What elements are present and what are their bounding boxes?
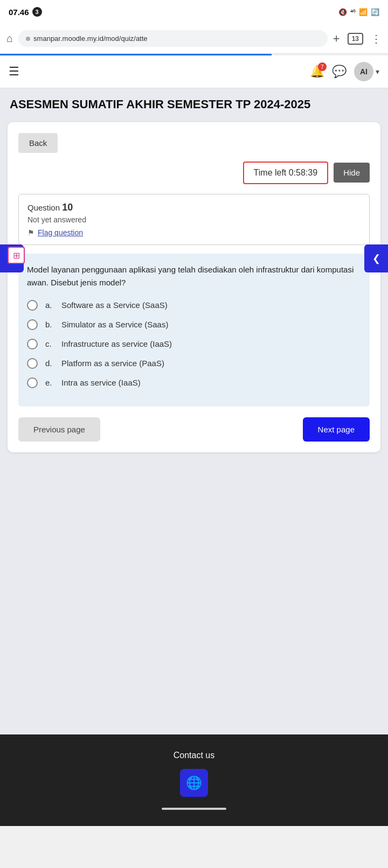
chat-icon[interactable]: 💬: [332, 65, 347, 79]
status-time: 07.46 3: [9, 7, 42, 17]
question-status: Not yet answered: [27, 215, 361, 224]
option-letter-a: a.: [45, 300, 54, 310]
browser-actions: + 13 ⋮: [333, 32, 382, 46]
side-nav-right-button[interactable]: ❮: [364, 244, 388, 272]
previous-page-button[interactable]: Previous page: [18, 417, 100, 442]
chevron-down-icon: ▾: [376, 67, 379, 76]
option-b[interactable]: b. Simulator as a Service (Saas): [27, 319, 361, 330]
option-letter-b: b.: [45, 320, 54, 329]
notification-badge: 7: [318, 62, 327, 71]
radio-b[interactable]: [27, 319, 38, 330]
main-content: ☰ ⊞ ❮ ASESMEN SUMATIF AKHIR SEMESTER TP …: [0, 88, 388, 734]
question-word: Question: [27, 203, 60, 212]
url-text: smanpar.moodle.my.id/mod/quiz/atte: [33, 34, 147, 43]
option-text-b: Simulator as a Service (Saas): [61, 320, 168, 329]
tabs-count-button[interactable]: 13: [348, 33, 363, 45]
option-a[interactable]: a. Software as a Service (SaaS): [27, 300, 361, 311]
footer: Contact us 🌐: [0, 734, 388, 826]
option-d[interactable]: d. Platform as a service (PaaS): [27, 358, 361, 369]
option-text-d: Platform as a service (PaaS): [61, 359, 164, 368]
battery-icon: 🔄: [371, 8, 379, 16]
next-page-button[interactable]: Next page: [303, 417, 370, 442]
status-bar: 07.46 3 🔇 ⁴⁶ 📶 🔄: [0, 0, 388, 24]
option-e[interactable]: e. Intra as service (IaaS): [27, 377, 361, 388]
status-notification-badge: 3: [32, 7, 42, 17]
scroll-indicator: [162, 808, 226, 810]
network-icon: ⁴⁶: [350, 8, 356, 16]
option-letter-c: c.: [45, 339, 54, 348]
wifi-icon: 📶: [359, 8, 368, 16]
page-title: ASESMEN SUMATIF AKHIR SEMESTER TP 2024-2…: [8, 97, 380, 113]
new-tab-icon[interactable]: +: [333, 32, 340, 46]
browser-bar: ⌂ smanpar.moodle.my.id/mod/quiz/atte + 1…: [0, 24, 388, 54]
time-display: 07.46: [9, 8, 29, 17]
question-header: Question 10 Not yet answered ⚑ Flag ques…: [18, 194, 370, 245]
signal-icon: 🔇: [338, 8, 347, 16]
radio-d[interactable]: [27, 358, 38, 369]
flag-icon: ⚑: [27, 228, 34, 237]
radio-c[interactable]: [27, 339, 38, 349]
radio-e[interactable]: [27, 377, 38, 388]
app-header: ☰ 🔔 7 💬 AI ▾: [0, 55, 388, 88]
nav-buttons: Previous page Next page: [18, 417, 370, 442]
grid-icon: ⊞: [13, 250, 20, 261]
hamburger-menu-icon[interactable]: ☰: [9, 65, 19, 79]
footer-contact-title: Contact us: [11, 751, 377, 760]
timer-row: Time left 0:58:39 Hide: [18, 162, 370, 184]
avatar: AI: [354, 62, 373, 81]
option-c[interactable]: c. Infrastructure as service (IaaS): [27, 339, 361, 349]
chevron-right-icon: ❮: [372, 253, 380, 264]
flag-row: ⚑ Flag question: [27, 228, 361, 237]
timer-display: Time left 0:58:39: [243, 162, 329, 184]
user-avatar-button[interactable]: AI ▾: [354, 62, 379, 81]
option-letter-e: e.: [45, 378, 54, 387]
radio-a[interactable]: [27, 300, 38, 311]
grid-nav-button[interactable]: ⊞: [8, 247, 25, 264]
browser-menu-icon[interactable]: ⋮: [371, 32, 382, 45]
quiz-card: Back Time left 0:58:39 Hide Question 10 …: [8, 122, 380, 452]
question-number: 10: [62, 202, 73, 213]
option-text-e: Intra as service (IaaS): [61, 378, 141, 387]
flag-question-link[interactable]: Flag question: [38, 228, 83, 237]
option-text-c: Infrastructure as service (IaaS): [61, 339, 172, 348]
back-button[interactable]: Back: [18, 133, 58, 153]
question-body: Model layanan penggunaan aplikasi yang t…: [18, 254, 370, 407]
header-right: 🔔 7 💬 AI ▾: [310, 62, 379, 81]
status-icons: 🔇 ⁴⁶ 📶 🔄: [338, 8, 379, 16]
globe-icon: 🌐: [186, 775, 202, 790]
notification-button[interactable]: 🔔 7: [310, 65, 324, 79]
answer-options: a. Software as a Service (SaaS) b. Simul…: [27, 300, 361, 388]
secure-indicator: [26, 37, 30, 41]
home-icon[interactable]: ⌂: [6, 32, 13, 45]
question-text: Model layanan penggunaan aplikasi yang t…: [27, 263, 361, 289]
option-letter-d: d.: [45, 359, 54, 368]
option-text-a: Software as a Service (SaaS): [61, 300, 168, 310]
hide-button[interactable]: Hide: [334, 163, 370, 183]
globe-button[interactable]: 🌐: [180, 769, 208, 797]
url-bar[interactable]: smanpar.moodle.my.id/mod/quiz/atte: [18, 30, 328, 47]
question-label: Question 10: [27, 202, 361, 213]
